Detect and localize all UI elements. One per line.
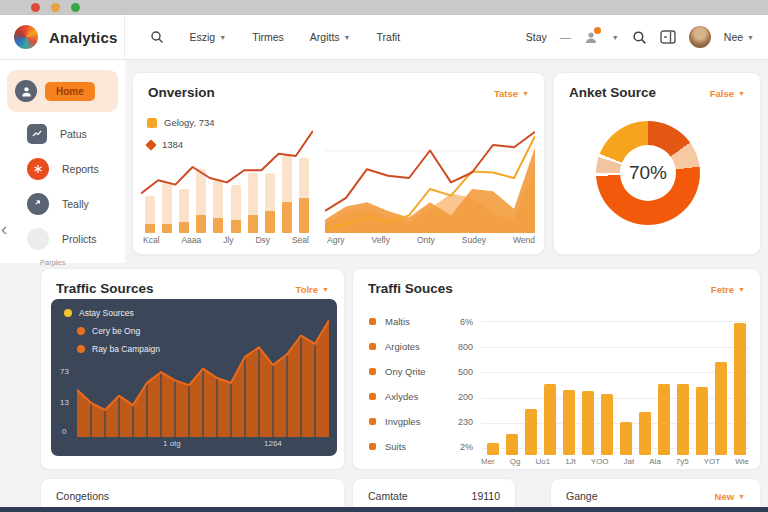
x-axis-tick: Ala — [649, 457, 661, 466]
menu-search-icon[interactable] — [150, 30, 164, 44]
traffic-source-value: 230 — [458, 417, 473, 427]
menu-item-label: Eszig — [190, 31, 216, 43]
traffic-list-filter-dropdown[interactable]: Fetre ▼ — [711, 284, 745, 295]
chevron-down-icon: ▼ — [344, 34, 351, 41]
market-source-card: Anket Source False ▼ 70% — [553, 72, 761, 255]
chevron-down-icon: ▼ — [738, 286, 745, 293]
chevron-down-icon[interactable]: ▼ — [612, 34, 619, 41]
bullet-marker — [369, 343, 376, 350]
chevron-down-icon: ▼ — [738, 493, 745, 500]
x-axis-tick: Onty — [417, 235, 435, 249]
menu-item-argitts[interactable]: Argitts▼ — [310, 31, 351, 43]
card-title: Congetions — [56, 490, 109, 502]
sidebar-item-label: Teally — [62, 198, 89, 210]
traffic-source-label: Axlydes — [385, 391, 418, 402]
x-axis-tick: Qg — [510, 457, 521, 466]
window-close-button[interactable] — [31, 3, 40, 12]
menu-item-trafit[interactable]: Trafit — [377, 31, 401, 43]
traffic-source-label: Ony Qrite — [385, 366, 426, 377]
user-menu-label: Nee — [724, 31, 743, 43]
x-axis-tick: 1264 — [264, 439, 282, 448]
traffic-sources-list-card: Traffi Souces Fetre ▼ Maltis6%Argiotes80… — [352, 268, 761, 470]
sidebar-collapse-icon[interactable]: ‹ — [1, 218, 7, 240]
market-filter-dropdown[interactable]: False ▼ — [710, 88, 745, 99]
dark-chart-panel: Astay Sources Cery be Ong Ray ba Campaig… — [51, 299, 337, 456]
legend-square-marker — [147, 118, 157, 128]
sidebar-item-reports[interactable]: Reports — [0, 151, 125, 186]
stay-menu-item[interactable]: Stay — [526, 31, 547, 43]
dash-separator: — — [560, 31, 571, 43]
y-axis-tick: 0 — [62, 427, 66, 436]
app-window: Analytics Eszig▼ Tirmes Argitts▼ Trafit … — [0, 0, 768, 512]
main-menu: Eszig▼ Tirmes Argitts▼ Trafit — [150, 30, 401, 44]
conversion-filter-dropdown[interactable]: Tatse ▼ — [494, 88, 529, 99]
chevron-down-icon: ▼ — [219, 34, 226, 41]
user-avatar[interactable] — [689, 26, 711, 48]
x-axis-labels: AgryVeflyOntySudeyWend — [327, 235, 535, 249]
search-icon[interactable] — [632, 30, 647, 45]
filter-label: Tatse — [494, 88, 518, 99]
legend-dot-marker — [64, 309, 72, 317]
x-axis-tick: Seal — [292, 235, 309, 249]
chevron-down-icon: ▼ — [522, 90, 529, 97]
bar — [620, 422, 632, 455]
sidebar-footnote: Parples — [0, 258, 125, 267]
traffic-source-row: Invgples230 — [369, 409, 473, 434]
bar — [601, 394, 613, 455]
window-zoom-button[interactable] — [71, 3, 80, 12]
bullet-marker — [369, 393, 376, 400]
traffic-source-label: Argiotes — [385, 341, 420, 352]
menu-item-label: Tirmes — [252, 31, 284, 43]
card-title: Anket Source — [569, 85, 656, 100]
x-axis-tick: Uo1 — [535, 457, 550, 466]
sidebar-navigation: Home Patus Reports Teally Prolicts Parpl… — [0, 60, 125, 263]
bar — [696, 387, 708, 455]
gange-filter-dropdown[interactable]: New ▼ — [715, 491, 745, 502]
x-axis-tick: Jat — [624, 457, 635, 466]
traffic-source-label: Suits — [385, 441, 406, 452]
sidebar-item-teally[interactable]: Teally — [0, 186, 125, 221]
sidebar-item-prolicts[interactable]: Prolicts — [0, 221, 125, 256]
panel-toggle-icon[interactable] — [660, 30, 676, 44]
account-notification-icon[interactable] — [584, 30, 599, 44]
traffic-dark-filter-dropdown[interactable]: Tolre ▼ — [296, 284, 329, 295]
x-axis-labels: MerQgUo11JtYOOJatAla7y5YOTWie — [481, 457, 749, 466]
traffic-source-row: Maltis6% — [369, 309, 473, 334]
bullet-marker — [369, 318, 376, 325]
y-axis-tick: 13 — [60, 398, 69, 407]
user-menu[interactable]: Nee▼ — [724, 31, 754, 43]
arrow-icon — [27, 193, 49, 215]
filter-label: New — [715, 491, 735, 502]
traffic-source-value: 2% — [460, 442, 473, 452]
traffic-source-label: Maltis — [385, 316, 410, 327]
menu-item-label: Trafit — [377, 31, 401, 43]
sidebar-item-label: Reports — [62, 163, 99, 175]
bar — [734, 323, 746, 455]
menu-item-tirmes[interactable]: Tirmes — [252, 31, 284, 43]
conversion-card: Onversion Tatse ▼ Gelogy, 734 1384 KcalA… — [132, 72, 545, 255]
sidebar-item-home[interactable]: Home — [7, 70, 118, 112]
traffic-source-row: Ony Qrite500 — [369, 359, 473, 384]
bar — [487, 443, 499, 455]
app-title: Analytics — [49, 29, 118, 46]
x-axis-tick: Wend — [513, 235, 535, 249]
x-axis-tick: Aaaa — [181, 235, 201, 249]
x-axis-labels: KcalAaaaJlyDsySeal — [143, 235, 309, 249]
sidebar-item-patus[interactable]: Patus — [0, 116, 125, 151]
bar — [525, 409, 537, 455]
x-axis-tick: 7y5 — [676, 457, 689, 466]
x-axis-tick: 1Jt — [565, 457, 576, 466]
trend-chart-icon — [27, 124, 47, 144]
menu-item-eszig[interactable]: Eszig▼ — [190, 31, 227, 43]
menu-item-label: Argitts — [310, 31, 340, 43]
x-axis-tick: Vefly — [371, 235, 389, 249]
filter-label: Tolre — [296, 284, 319, 295]
x-axis-tick: Wie — [735, 457, 749, 466]
traffic-source-row: Axlydes200 — [369, 384, 473, 409]
window-minimize-button[interactable] — [51, 3, 60, 12]
x-axis-tick: Dsy — [255, 235, 270, 249]
header-divider — [124, 15, 125, 60]
traffic-sources-dark-card: Traffic Sources Tolre ▼ Astay Sources Ce… — [40, 268, 345, 470]
x-axis-tick: 1 otg — [163, 439, 181, 448]
traffic-source-label: Invgples — [385, 416, 420, 427]
